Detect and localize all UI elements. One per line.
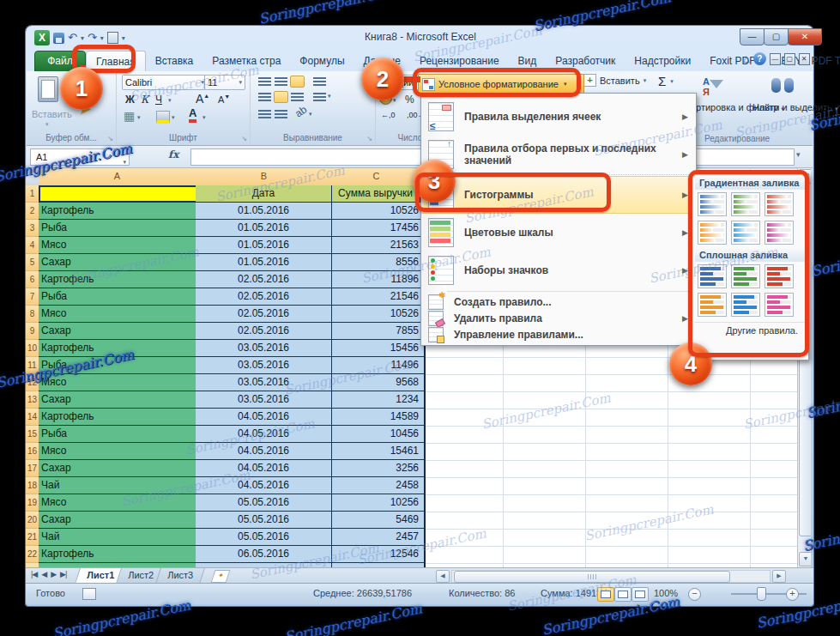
sort-filter-icon[interactable]: АЯ bbox=[703, 76, 723, 97]
row-header[interactable]: 6 bbox=[26, 271, 39, 288]
cell-product[interactable]: Картофель bbox=[39, 340, 198, 357]
normal-view-button[interactable] bbox=[597, 587, 614, 602]
column-header-c[interactable]: C bbox=[332, 168, 421, 186]
row-header[interactable]: 14 bbox=[26, 409, 39, 426]
decrease-indent-button[interactable] bbox=[257, 108, 272, 120]
cell-amount[interactable]: 8556 bbox=[332, 254, 426, 271]
zoom-in-button[interactable]: + bbox=[786, 588, 799, 601]
percent-style-button[interactable]: % bbox=[405, 94, 414, 106]
font-size-combo[interactable]: 11▾ bbox=[204, 75, 245, 90]
cell-amount[interactable]: 21546 bbox=[332, 288, 426, 306]
cell-product[interactable]: Рыба bbox=[39, 426, 198, 443]
font-family-combo[interactable]: Calibri▾ bbox=[122, 75, 208, 90]
row-header[interactable]: 3 bbox=[26, 220, 39, 237]
new-sheet-qat-icon[interactable] bbox=[107, 32, 118, 44]
cell-product[interactable]: Сахар bbox=[39, 323, 198, 340]
row-header[interactable]: 10 bbox=[26, 340, 39, 357]
font-color-icon[interactable]: А bbox=[189, 107, 196, 123]
cell-product[interactable]: Сахар bbox=[39, 254, 198, 271]
cell-product[interactable]: Картофель bbox=[39, 203, 198, 220]
row-header[interactable]: 11 bbox=[26, 357, 39, 374]
autosum-button[interactable]: Σ ▾ bbox=[658, 74, 674, 88]
name-box[interactable]: A1▾ bbox=[30, 148, 130, 166]
formula-bar-expand-icon[interactable]: ▾ bbox=[796, 150, 801, 159]
row-header[interactable]: 22 bbox=[26, 546, 39, 563]
zoom-level[interactable]: 100% bbox=[654, 588, 678, 598]
cell-product[interactable]: Картофель bbox=[39, 409, 198, 426]
cell-date[interactable]: 04.05.2016 bbox=[196, 409, 332, 426]
cell-product[interactable]: Сахар bbox=[39, 391, 198, 409]
cell-product[interactable]: Чай bbox=[39, 529, 198, 546]
orientation-ab-icon[interactable]: ab bbox=[293, 103, 309, 119]
scroll-down-icon[interactable]: ▼ bbox=[799, 552, 811, 566]
restore-window-button[interactable]: ▢ bbox=[764, 28, 789, 45]
horizontal-scroll-thumb[interactable] bbox=[454, 571, 730, 583]
find-select-icon[interactable] bbox=[771, 78, 794, 94]
underline-button[interactable]: Ч bbox=[155, 94, 162, 106]
close-window-button[interactable]: ✕ bbox=[788, 28, 822, 45]
currency-dropdown-icon[interactable]: ▾ bbox=[393, 97, 396, 104]
row-header[interactable]: 5 bbox=[26, 254, 39, 271]
row-header[interactable]: 19 bbox=[26, 494, 39, 512]
cell-amount[interactable]: 1234 bbox=[332, 391, 426, 409]
row-header[interactable]: 21 bbox=[26, 529, 39, 546]
font-color-dropdown-icon[interactable]: ▾ bbox=[202, 114, 206, 121]
scroll-right-icon[interactable]: ▶ bbox=[772, 570, 786, 583]
menu-item-4[interactable]: Наборы значков▶ bbox=[421, 251, 696, 289]
paste-button[interactable] bbox=[35, 76, 61, 106]
cell-date[interactable]: 04.05.2016 bbox=[196, 443, 332, 460]
cell-date[interactable]: 05.05.2016 bbox=[196, 494, 332, 512]
orientation-button[interactable] bbox=[312, 76, 327, 88]
align-middle-button[interactable] bbox=[274, 76, 288, 88]
cell-amount[interactable]: 15456 bbox=[332, 340, 426, 357]
cell-amount[interactable]: 10456 bbox=[332, 426, 426, 443]
cell-date[interactable]: 04.05.2016 bbox=[196, 460, 332, 477]
find-select-label[interactable]: Найти и выделить ▾ bbox=[752, 102, 831, 114]
paste-dropdown-icon[interactable]: ▾ bbox=[45, 121, 49, 128]
align-bottom-button[interactable] bbox=[290, 76, 305, 88]
cell-product[interactable]: Рыба bbox=[39, 288, 198, 306]
cell-date[interactable]: 02.05.2016 bbox=[196, 323, 332, 340]
help-icon[interactable]: ? bbox=[753, 52, 766, 65]
tab-3[interactable]: Формулы bbox=[290, 51, 354, 71]
menu-item-5[interactable]: ✱Создать правило... bbox=[421, 294, 696, 310]
insert-cells-button[interactable]: + Вставить ▾ bbox=[583, 74, 646, 87]
minimize-ribbon-icon[interactable]: △ bbox=[743, 54, 750, 64]
row-header[interactable]: 8 bbox=[26, 306, 39, 323]
shrink-font-button[interactable]: А▼ bbox=[218, 94, 230, 105]
sheet-tab-Лист3[interactable]: Лист3 bbox=[155, 568, 205, 584]
row-header[interactable]: 15 bbox=[26, 426, 39, 443]
cell-amount[interactable]: 2458 bbox=[332, 477, 426, 494]
cell-amount[interactable]: 17456 bbox=[332, 220, 426, 237]
macro-record-icon[interactable] bbox=[82, 588, 96, 600]
column-header-b[interactable]: B bbox=[196, 168, 333, 186]
cell-date[interactable]: 05.05.2016 bbox=[196, 512, 332, 529]
workbook-minimize-icon[interactable]: — bbox=[770, 53, 781, 65]
cell-product[interactable] bbox=[39, 185, 201, 203]
fill-color-dropdown-icon[interactable]: ▾ bbox=[172, 114, 175, 121]
alignment-dialog-launcher-icon[interactable]: ↘ bbox=[366, 135, 372, 142]
row-header[interactable]: 2 bbox=[26, 203, 39, 220]
save-icon[interactable] bbox=[53, 33, 64, 44]
tab-2[interactable]: Разметка стра bbox=[202, 51, 290, 71]
cell-amount[interactable]: 14589 bbox=[332, 409, 426, 426]
zoom-slider-thumb[interactable] bbox=[757, 587, 766, 601]
underline-dropdown-icon[interactable]: ▾ bbox=[168, 97, 172, 104]
row-header[interactable]: 4 bbox=[26, 237, 39, 254]
align-left-button[interactable] bbox=[257, 91, 272, 103]
menu-item-0[interactable]: ≤Правила выделения ячеек▶ bbox=[421, 98, 696, 136]
excel-logo-icon[interactable]: X bbox=[34, 30, 50, 45]
cell-product[interactable]: Картофель bbox=[39, 546, 198, 563]
cell-amount[interactable]: 10526 bbox=[332, 306, 426, 323]
minimize-window-button[interactable]: — bbox=[740, 28, 764, 45]
align-right-button[interactable] bbox=[290, 91, 305, 103]
cell-amount[interactable]: 10256 bbox=[332, 494, 426, 512]
cell-amount[interactable]: 21563 bbox=[332, 237, 426, 254]
row-header[interactable]: 9 bbox=[26, 323, 39, 340]
cell-date[interactable]: 05.05.2016 bbox=[196, 529, 332, 546]
cell-product[interactable]: Рыба bbox=[39, 220, 198, 237]
cell-product[interactable]: Мясо bbox=[39, 237, 198, 254]
horizontal-scroll-track[interactable] bbox=[451, 570, 771, 583]
qat-customize-icon[interactable]: ▾ bbox=[122, 34, 125, 42]
cell-amount[interactable]: 11496 bbox=[332, 357, 426, 374]
